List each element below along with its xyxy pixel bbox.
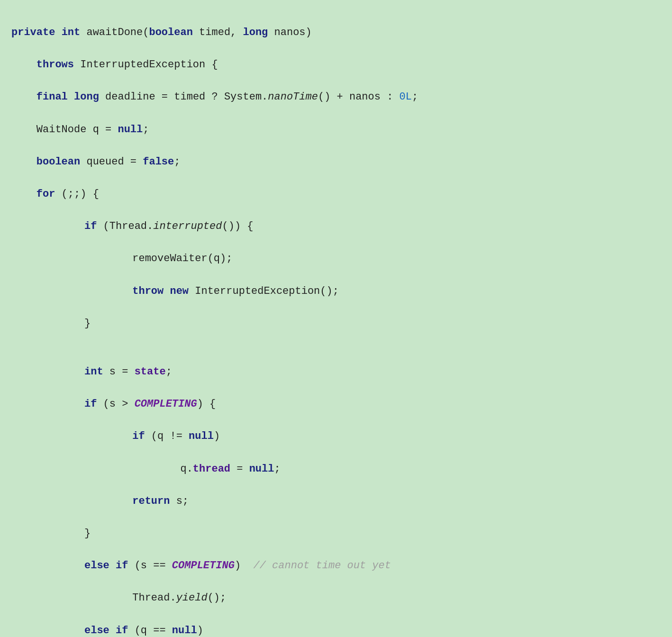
code-display: private int awaitDone(boolean timed, lon… [11, 9, 661, 637]
